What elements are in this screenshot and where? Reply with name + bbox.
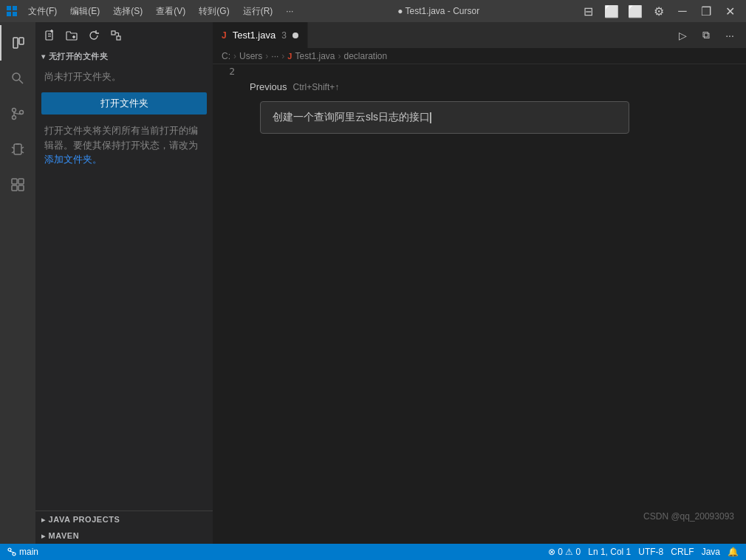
editor-area: J Test1.java 3 ▷ ⧉ ··· C: › Users › ··· xyxy=(213,22,746,544)
title-bar: 文件(F) 编辑(E) 选择(S) 查看(V) 转到(G) 运行(R) ··· … xyxy=(0,0,746,22)
java-file-icon: J xyxy=(222,30,227,41)
breadcrumb-sep-3: › xyxy=(281,51,284,61)
breadcrumb-sep-2: › xyxy=(265,51,268,61)
svg-rect-3 xyxy=(13,12,17,16)
breadcrumb-drive-label: C: xyxy=(222,51,230,61)
settings-button[interactable]: ⚙ xyxy=(649,4,669,18)
new-folder-icon[interactable] xyxy=(64,27,80,44)
split-editor-button[interactable]: ⧉ xyxy=(696,27,716,44)
chevron-down-icon: ▾ xyxy=(41,52,46,61)
breadcrumb-users-label: Users xyxy=(239,51,262,61)
status-git[interactable]: main xyxy=(7,547,38,557)
tab-test1[interactable]: J Test1.java 3 xyxy=(213,22,308,48)
close-button[interactable]: ✕ xyxy=(719,4,740,18)
main-area: ▾ 无打开的文件夹 尚未打开文件夹。 打开文件夹 打开文件夹将关闭所有当前打开的… xyxy=(0,22,746,544)
java-projects-label: JAVA PROJECTS xyxy=(49,515,120,524)
layout-button[interactable]: ⬜ xyxy=(625,4,646,18)
status-line-col[interactable]: Ln 1, Col 1 xyxy=(588,547,631,557)
status-bar: main ⊗ 0 ⚠ 0 Ln 1, Col 1 UTF-8 CRLF Java… xyxy=(0,544,746,560)
sidebar-maven[interactable]: ▸ MAVEN xyxy=(35,527,213,544)
status-eol[interactable]: CRLF xyxy=(671,547,694,557)
tab-bar: J Test1.java 3 ▷ ⧉ ··· xyxy=(213,22,746,48)
activity-extensions[interactable] xyxy=(0,167,35,202)
run-button[interactable]: ▷ xyxy=(672,27,693,44)
sidebar-toolbar xyxy=(35,22,213,48)
window-controls: ⊟ ⬜ ⬜ ⚙ ─ ❐ ✕ xyxy=(578,4,740,18)
menu-more[interactable]: ··· xyxy=(280,4,299,18)
chevron-right-icon: ▸ xyxy=(41,516,46,524)
svg-point-8 xyxy=(13,109,16,112)
editor-inner: 2 Previous Ctrl+Shift+↑ 创建一个查询阿里云sls日志的接… xyxy=(213,64,746,544)
status-lang[interactable]: Java xyxy=(702,547,720,557)
activity-search[interactable] xyxy=(0,61,35,96)
status-notifications[interactable]: 🔔 xyxy=(728,547,739,557)
status-errors[interactable]: ⊗ 0 ⚠ 0 xyxy=(548,547,581,557)
sidebar-explorer-header[interactable]: ▾ 无打开的文件夹 xyxy=(35,48,213,64)
sidebar-toggle-button[interactable]: ⬜ xyxy=(601,4,622,18)
svg-rect-1 xyxy=(13,6,17,10)
menu-file[interactable]: 文件(F) xyxy=(22,4,63,19)
breadcrumb-declaration-label: declaration xyxy=(344,51,388,61)
breadcrumb-sep-4: › xyxy=(338,51,341,61)
chevron-right-icon-2: ▸ xyxy=(41,532,46,540)
inline-nav: 2 Previous Ctrl+Shift+↑ 创建一个查询阿里云sls日志的接… xyxy=(213,64,746,140)
menu-goto[interactable]: 转到(G) xyxy=(193,4,235,19)
panels-button[interactable]: ⊟ xyxy=(578,4,598,18)
sidebar-explorer: ▾ 无打开的文件夹 尚未打开文件夹。 打开文件夹 打开文件夹将关闭所有当前打开的… xyxy=(35,48,213,173)
sidebar: ▾ 无打开的文件夹 尚未打开文件夹。 打开文件夹 打开文件夹将关闭所有当前打开的… xyxy=(35,22,213,544)
refresh-icon[interactable] xyxy=(86,27,102,44)
breadcrumb-declaration[interactable]: declaration xyxy=(344,51,388,61)
svg-rect-20 xyxy=(18,185,24,191)
breadcrumb-ellipsis[interactable]: ··· xyxy=(271,51,278,61)
open-folder-button[interactable]: 打开文件夹 xyxy=(41,92,207,115)
activity-debug[interactable] xyxy=(0,132,35,167)
svg-rect-18 xyxy=(18,179,24,184)
svg-rect-5 xyxy=(19,38,24,44)
menu-select[interactable]: 选择(S) xyxy=(107,4,148,19)
activity-git[interactable] xyxy=(0,96,35,132)
description-text: 打开文件夹将关闭所有当前打开的编辑器。要使其保持打开状态，请改为 xyxy=(44,125,198,151)
svg-point-9 xyxy=(13,116,16,120)
breadcrumb-sep-1: › xyxy=(233,51,236,61)
nav-shortcut: Ctrl+Shift+↑ xyxy=(293,82,340,92)
new-file-icon[interactable] xyxy=(41,27,58,44)
svg-point-32 xyxy=(8,548,11,551)
menu-view[interactable]: 查看(V) xyxy=(150,4,191,19)
collapse-icon[interactable] xyxy=(108,27,124,44)
breadcrumb-users[interactable]: Users xyxy=(239,51,262,61)
breadcrumb-java-icon: J xyxy=(287,52,292,61)
status-left: main xyxy=(7,547,38,557)
maximize-button[interactable]: ❐ xyxy=(696,4,716,18)
activity-explorer[interactable] xyxy=(0,25,35,61)
breadcrumb: C: › Users › ··· › J Test1.java › declar… xyxy=(213,48,746,64)
tab-number: 3 xyxy=(281,30,287,41)
sidebar-bottom: ▸ JAVA PROJECTS ▸ MAVEN xyxy=(35,511,213,544)
status-encoding[interactable]: UTF-8 xyxy=(638,547,663,557)
app-icon xyxy=(6,5,18,17)
line-number: 2 xyxy=(222,66,244,77)
chat-input-container[interactable]: 创建一个查询阿里云sls日志的接口 xyxy=(260,101,629,134)
breadcrumb-file-label: Test1.java xyxy=(295,51,335,61)
text-cursor xyxy=(430,112,431,123)
breadcrumb-file[interactable]: J Test1.java xyxy=(287,51,335,61)
svg-point-6 xyxy=(13,73,20,81)
sidebar-java-projects[interactable]: ▸ JAVA PROJECTS xyxy=(35,511,213,527)
svg-rect-17 xyxy=(12,179,17,184)
minimize-button[interactable]: ─ xyxy=(672,4,693,18)
nav-previous-row: Previous Ctrl+Shift+↑ xyxy=(213,78,746,95)
svg-rect-19 xyxy=(12,185,17,191)
svg-line-7 xyxy=(19,80,23,83)
nav-previous-label[interactable]: Previous xyxy=(250,81,287,92)
svg-rect-2 xyxy=(7,12,11,16)
svg-rect-0 xyxy=(7,6,11,10)
menu-run[interactable]: 运行(R) xyxy=(237,4,279,19)
no-folder-text: 尚未打开文件夹。 xyxy=(35,64,213,89)
add-folder-link[interactable]: 添加文件夹。 xyxy=(44,154,102,165)
activity-bar xyxy=(0,22,35,544)
svg-rect-29 xyxy=(117,36,120,40)
more-actions-button[interactable]: ··· xyxy=(719,27,740,44)
menu-edit[interactable]: 编辑(E) xyxy=(64,4,106,19)
breadcrumb-drive[interactable]: C: xyxy=(222,51,230,61)
sidebar-description: 打开文件夹将关闭所有当前打开的编辑器。要使其保持打开状态，请改为 添加文件夹。 xyxy=(35,123,213,167)
line-indicator: 2 xyxy=(213,64,746,78)
